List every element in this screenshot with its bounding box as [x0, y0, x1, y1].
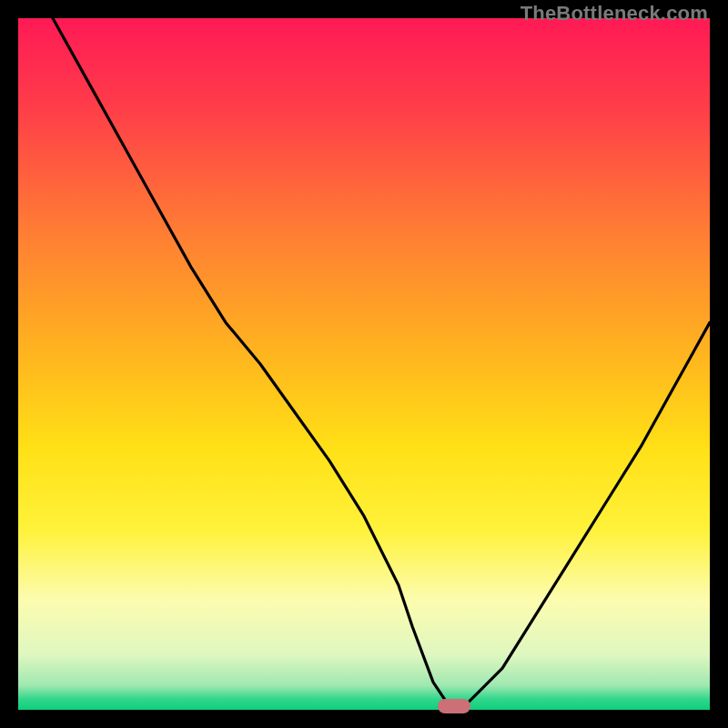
curve-layer — [18, 18, 710, 710]
plot-area — [18, 18, 710, 710]
watermark-text: TheBottleneck.com — [521, 2, 708, 25]
optimal-point-marker — [438, 699, 470, 713]
bottleneck-curve — [53, 18, 710, 706]
chart-container: TheBottleneck.com — [0, 0, 728, 728]
